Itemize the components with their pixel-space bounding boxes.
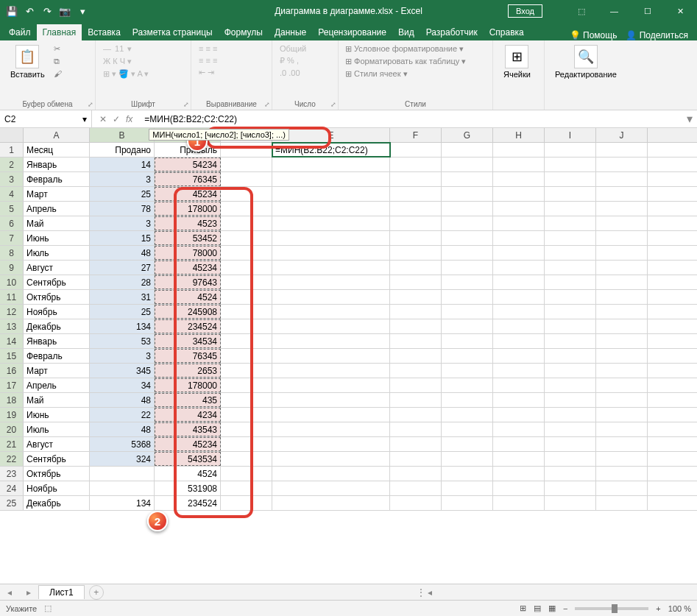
cell-F5[interactable] <box>390 202 442 216</box>
cell-B10[interactable]: 28 <box>90 275 155 289</box>
cell-A5[interactable]: Апрель <box>24 202 90 216</box>
cell-A17[interactable]: Апрель <box>24 378 90 392</box>
decimal-buttons[interactable]: .0 .00 <box>278 68 308 78</box>
share-button[interactable]: 👤 Поделиться <box>626 30 688 40</box>
dialog-launcher-icon[interactable]: ⤢ <box>330 101 336 108</box>
border-fill-color[interactable]: ⊞ ▾ 🪣 ▾ A ▾ <box>102 68 150 79</box>
col-header-F[interactable]: F <box>390 128 442 142</box>
cell-E4[interactable] <box>272 187 390 201</box>
cell-A7[interactable]: Июнь <box>24 231 90 245</box>
cell-C16[interactable]: 2653 <box>155 364 221 378</box>
row-header[interactable]: 13 <box>0 319 24 333</box>
cell-A23[interactable]: Октябрь <box>24 467 90 481</box>
cell-D13[interactable] <box>221 319 272 333</box>
cell-J21[interactable] <box>596 437 648 451</box>
cell-A21[interactable]: Август <box>24 437 90 451</box>
cell-H11[interactable] <box>493 290 545 304</box>
tab-данные[interactable]: Данные <box>269 24 312 40</box>
cell-styles-button[interactable]: ⊞ Стили ячеек ▾ <box>344 68 487 79</box>
align-top-row[interactable]: ≡ ≡ ≡ <box>197 43 219 54</box>
cell-D23[interactable] <box>221 467 272 481</box>
cell-B24[interactable] <box>90 481 155 495</box>
cell-B7[interactable]: 15 <box>90 231 155 245</box>
cell-J1[interactable] <box>596 143 648 157</box>
cell-H15[interactable] <box>493 349 545 363</box>
cell-B19[interactable]: 22 <box>90 408 155 422</box>
zoom-level[interactable]: 100 % <box>668 604 691 613</box>
cell-F20[interactable] <box>390 422 442 436</box>
cell-A15[interactable]: Февраль <box>24 349 90 363</box>
tab-рецензирование[interactable]: Рецензирование <box>312 24 392 40</box>
cell-F24[interactable] <box>390 481 442 495</box>
col-header-G[interactable]: G <box>442 128 493 142</box>
cell-C3[interactable]: 76345 <box>155 172 221 186</box>
cell-E21[interactable] <box>272 437 390 451</box>
tab-главная[interactable]: Главная <box>37 24 82 40</box>
row-header[interactable]: 11 <box>0 290 24 304</box>
sheet-tab[interactable]: Лист1 <box>38 585 85 599</box>
spreadsheet-grid[interactable]: ABCDEFGHIJ 1МесяцПроданоПрибыль=МИН(B2:B… <box>0 128 697 511</box>
cell-C14[interactable]: 34534 <box>155 334 221 348</box>
cell-G4[interactable] <box>442 187 493 201</box>
cell-J25[interactable] <box>596 496 648 510</box>
cell-F8[interactable] <box>390 246 442 260</box>
cell-I5[interactable] <box>545 202 596 216</box>
cell-B20[interactable]: 48 <box>90 422 155 436</box>
cell-E23[interactable] <box>272 467 390 481</box>
cell-F23[interactable] <box>390 467 442 481</box>
qat-dropdown-icon[interactable]: ▾ <box>77 5 88 17</box>
cell-D3[interactable] <box>221 172 272 186</box>
cell-G5[interactable] <box>442 202 493 216</box>
cell-J2[interactable] <box>596 157 648 171</box>
cell-J15[interactable] <box>596 349 648 363</box>
cell-G22[interactable] <box>442 452 493 466</box>
tab-формулы[interactable]: Формулы <box>219 24 269 40</box>
cell-D15[interactable] <box>221 349 272 363</box>
cell-B25[interactable]: 134 <box>90 496 155 510</box>
cell-A20[interactable]: Июль <box>24 422 90 436</box>
cell-H19[interactable] <box>493 408 545 422</box>
cell-A2[interactable]: Январь <box>24 157 90 171</box>
cell-B12[interactable]: 25 <box>90 305 155 319</box>
camera-icon[interactable]: 📷 <box>59 5 71 17</box>
login-button[interactable]: Вход <box>508 4 542 18</box>
cell-C23[interactable]: 4524 <box>155 467 221 481</box>
cell-E1[interactable]: =МИН(B2:B22;C2:C22) <box>272 143 390 157</box>
cell-A24[interactable]: Ноябрь <box>24 481 90 495</box>
cell-A19[interactable]: Июнь <box>24 408 90 422</box>
cell-C15[interactable]: 76345 <box>155 349 221 363</box>
cell-C19[interactable]: 4234 <box>155 408 221 422</box>
sheet-nav-next-icon[interactable]: ▸ <box>19 587 38 598</box>
select-all-corner[interactable] <box>0 128 24 142</box>
view-layout-icon[interactable]: ▤ <box>534 603 541 613</box>
cell-D4[interactable] <box>221 187 272 201</box>
cell-B2[interactable]: 14 <box>90 157 155 171</box>
row-header[interactable]: 12 <box>0 305 24 319</box>
cell-H6[interactable] <box>493 216 545 230</box>
cell-I3[interactable] <box>545 172 596 186</box>
cell-D1[interactable] <box>221 143 272 157</box>
cell-H2[interactable] <box>493 157 545 171</box>
font-selector[interactable]: — 11 ▾ <box>102 43 150 54</box>
cell-J16[interactable] <box>596 364 648 378</box>
tab-вид[interactable]: Вид <box>392 24 420 40</box>
cell-I20[interactable] <box>545 422 596 436</box>
cell-I15[interactable] <box>545 349 596 363</box>
cell-E24[interactable] <box>272 481 390 495</box>
cell-E20[interactable] <box>272 422 390 436</box>
cell-C9[interactable]: 45234 <box>155 261 221 275</box>
cell-J3[interactable] <box>596 172 648 186</box>
cell-J8[interactable] <box>596 246 648 260</box>
cell-J20[interactable] <box>596 422 648 436</box>
tab-вставка[interactable]: Вставка <box>82 24 127 40</box>
cell-D22[interactable] <box>221 452 272 466</box>
save-icon[interactable]: 💾 <box>6 5 18 17</box>
minimize-icon[interactable]: — <box>598 0 631 22</box>
cell-F17[interactable] <box>390 378 442 392</box>
cell-C12[interactable]: 245908 <box>155 305 221 319</box>
name-box[interactable]: C2 ▾ <box>0 110 92 127</box>
cell-B6[interactable]: 3 <box>90 216 155 230</box>
cell-E22[interactable] <box>272 452 390 466</box>
cell-C17[interactable]: 178000 <box>155 378 221 392</box>
cell-B15[interactable]: 3 <box>90 349 155 363</box>
